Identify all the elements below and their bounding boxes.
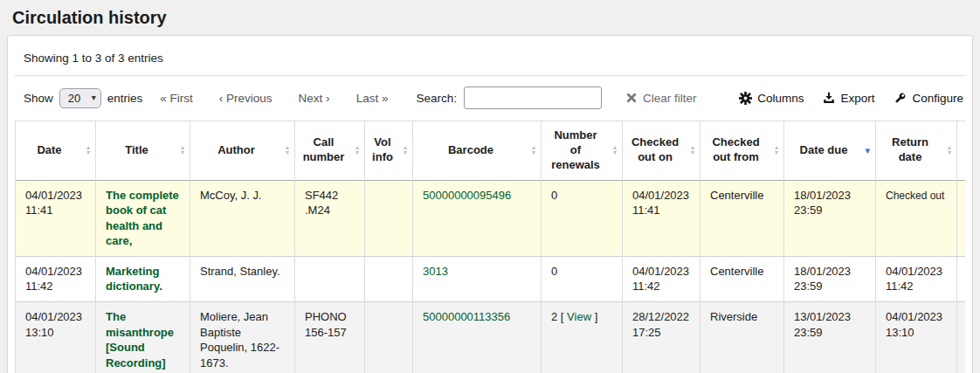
cell-return_date: 04/01/2023 13:10 bbox=[876, 301, 957, 373]
column-header-barcode[interactable]: Barcode▴▾ bbox=[413, 121, 542, 181]
column-header-label: Date bbox=[37, 143, 61, 156]
column-header-label: Vol info bbox=[372, 135, 393, 163]
columns-button[interactable]: Columns bbox=[739, 92, 804, 105]
barcode-link[interactable]: 50000000113356 bbox=[423, 310, 510, 323]
column-header-date[interactable]: Date▴▾ bbox=[16, 121, 96, 181]
title-link[interactable]: The misanthrope [Sound Recording] bbox=[106, 310, 174, 370]
sort-icon: ▴▾ bbox=[286, 145, 289, 155]
cell-spacer bbox=[957, 256, 966, 301]
return-date-value: 04/01/2023 13:10 bbox=[886, 310, 942, 339]
cell-barcode: 3013 bbox=[413, 256, 542, 301]
cell-date_due: 18/01/2023 23:59 bbox=[784, 256, 876, 301]
cell-renewals: 0 bbox=[542, 180, 623, 256]
sort-icon: ▴▾ bbox=[404, 145, 407, 155]
table-controls: Show 20 ▾ entries « First ‹ Previous Nex… bbox=[15, 86, 965, 109]
column-header-number-of-renewals[interactable]: Number of renewals▴▾ bbox=[542, 121, 623, 181]
search-label: Search: bbox=[416, 92, 457, 105]
cell-author: Moliere, Jean Baptiste Poquelin, 1622-16… bbox=[190, 301, 295, 373]
cell-checked_out_on: 04/01/2023 11:42 bbox=[623, 256, 700, 301]
view-renewals-link[interactable]: View bbox=[567, 310, 591, 323]
cell-date: 04/01/2023 13:10 bbox=[16, 301, 96, 373]
configure-button[interactable]: Configure bbox=[894, 92, 963, 105]
sort-icon: ▴▾ bbox=[355, 145, 359, 155]
cell-author: McCoy, J. J. bbox=[190, 180, 295, 256]
cell-vol_info bbox=[365, 301, 413, 373]
export-button[interactable]: Export bbox=[823, 92, 874, 105]
cell-title: Marketing dictionary. bbox=[96, 256, 190, 301]
column-header-label: Number of renewals bbox=[551, 128, 600, 171]
pagination-last[interactable]: Last » bbox=[356, 92, 389, 105]
cell-renewals: 0 bbox=[542, 256, 623, 301]
page-size-select-wrap: 20 ▾ bbox=[59, 88, 101, 108]
table-toolbar: Columns Export Configure bbox=[720, 92, 963, 105]
column-header-label: Call number bbox=[303, 135, 345, 163]
page-size-select[interactable]: 20 bbox=[59, 88, 101, 108]
cell-date_due: 18/01/2023 23:59 bbox=[784, 180, 876, 256]
column-header-label: Author bbox=[217, 143, 255, 156]
column-header-label: Title bbox=[125, 143, 148, 156]
search-input[interactable] bbox=[464, 86, 602, 109]
cell-checked_out_on: 04/01/2023 11:41 bbox=[623, 180, 700, 256]
title-link[interactable]: The complete book of cat health and care… bbox=[106, 189, 179, 248]
sort-icon: ▴▾ bbox=[86, 145, 90, 155]
table-row: 04/01/2023 13:10The misanthrope [Sound R… bbox=[16, 301, 966, 373]
sort-icon: ▴▾ bbox=[532, 145, 535, 155]
table-wrapper: Date▴▾Title▴▾Author▴▾Call number▴▾Vol in… bbox=[15, 121, 965, 373]
cell-checked_out_from: Centerville bbox=[700, 180, 784, 256]
showing-info-top: Showing 1 to 3 of 3 entries bbox=[15, 43, 965, 76]
sort-icon: ▴▾ bbox=[948, 145, 951, 155]
pagination-previous[interactable]: ‹ Previous bbox=[219, 92, 273, 105]
column-header-checked-out-from[interactable]: Checked out from▴▾ bbox=[700, 121, 784, 181]
cell-author: Strand, Stanley. bbox=[190, 256, 295, 301]
title-link[interactable]: Marketing dictionary. bbox=[106, 265, 162, 294]
pagination-next[interactable]: Next › bbox=[299, 92, 330, 105]
cell-vol_info bbox=[365, 256, 413, 301]
column-header-checked-out-on[interactable]: Checked out on▴▾ bbox=[623, 121, 700, 181]
cell-return_date: Checked out bbox=[876, 180, 957, 256]
clear-filter-button[interactable]: Clear filter bbox=[626, 92, 697, 105]
column-header-call-number[interactable]: Call number▴▾ bbox=[295, 121, 365, 181]
pagination-first[interactable]: « First bbox=[160, 92, 193, 105]
barcode-link[interactable]: 50000000095496 bbox=[423, 189, 511, 202]
column-header-title[interactable]: Title▴▾ bbox=[96, 121, 190, 181]
sort-desc-icon: ▾ bbox=[865, 146, 870, 155]
pagination-top: « First ‹ Previous Next › Last » bbox=[160, 92, 388, 105]
cell-spacer bbox=[957, 301, 966, 373]
column-header-return-date[interactable]: Return date▴▾ bbox=[876, 121, 957, 181]
cell-checked_out_on: 28/12/2022 17:25 bbox=[623, 301, 700, 373]
column-header-date-due[interactable]: Date due▾ bbox=[784, 121, 876, 181]
wrench-icon bbox=[894, 92, 907, 105]
cell-date: 04/01/2023 11:42 bbox=[16, 256, 96, 301]
return-date-value: 04/01/2023 11:42 bbox=[886, 265, 942, 294]
cell-renewals: 2 [ View ] bbox=[542, 301, 623, 373]
clear-filter-label: Clear filter bbox=[643, 92, 697, 105]
clear-x-icon bbox=[626, 93, 637, 103]
barcode-link[interactable]: 3013 bbox=[423, 265, 448, 278]
cell-title: The complete book of cat health and care… bbox=[96, 180, 190, 256]
cell-barcode: 50000000113356 bbox=[413, 301, 542, 373]
search-control: Search: bbox=[416, 86, 602, 109]
cell-spacer bbox=[957, 180, 966, 256]
column-header-author[interactable]: Author▴▾ bbox=[190, 121, 295, 181]
configure-button-label: Configure bbox=[912, 92, 963, 105]
cell-call_number bbox=[295, 256, 365, 301]
cell-checked_out_from: Centerville bbox=[700, 256, 784, 301]
cell-call_number: SF442 .M24 bbox=[295, 180, 365, 256]
show-label: Show bbox=[24, 92, 53, 105]
cell-date: 04/01/2023 11:41 bbox=[16, 180, 96, 256]
table-row: 04/01/2023 11:42Marketing dictionary.Str… bbox=[16, 256, 966, 301]
column-header-vol-info[interactable]: Vol info▴▾ bbox=[365, 121, 413, 181]
sort-icon: ▴▾ bbox=[613, 145, 617, 155]
column-header-label: Return date bbox=[892, 135, 928, 163]
column-header-label: Barcode bbox=[448, 143, 493, 156]
column-header-spacer bbox=[957, 121, 966, 181]
cell-barcode: 50000000095496 bbox=[413, 180, 542, 256]
cell-date_due: 13/01/2023 23:59 bbox=[784, 301, 876, 373]
sort-icon: ▴▾ bbox=[775, 145, 778, 155]
column-header-label: Date due bbox=[800, 143, 848, 156]
circulation-table: Date▴▾Title▴▾Author▴▾Call number▴▾Vol in… bbox=[15, 121, 965, 373]
column-header-label: Checked out on bbox=[631, 135, 679, 163]
gear-icon bbox=[739, 92, 752, 105]
page-title: Circulation history bbox=[12, 8, 980, 28]
results-panel: Showing 1 to 3 of 3 entries Show 20 ▾ en… bbox=[7, 35, 973, 373]
